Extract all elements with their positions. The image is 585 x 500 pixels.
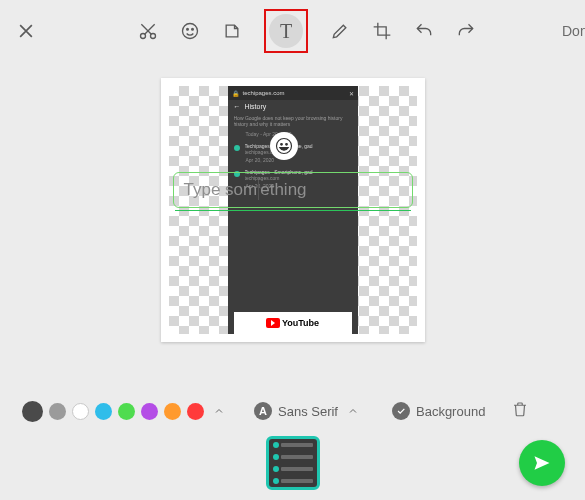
guide-line <box>175 210 411 211</box>
more-colors-button[interactable] <box>210 402 228 420</box>
svg-point-2 <box>183 24 198 39</box>
color-swatch[interactable] <box>141 403 158 420</box>
background-label: Background <box>416 404 485 419</box>
check-icon <box>392 402 410 420</box>
done-button[interactable]: Done <box>558 23 585 39</box>
cut-icon[interactable] <box>138 14 158 48</box>
lock-icon: 🔒 <box>232 90 239 97</box>
svg-point-6 <box>280 144 282 146</box>
preview-url: techipages.com <box>243 90 285 96</box>
color-palette <box>22 401 204 422</box>
draw-icon[interactable] <box>330 14 350 48</box>
color-swatch[interactable] <box>164 403 181 420</box>
svg-point-5 <box>276 139 291 154</box>
canvas-area: 🔒 techipages.com ✕ ←History How Google d… <box>0 54 585 342</box>
youtube-card: YouTube <box>234 312 352 334</box>
image-canvas[interactable]: 🔒 techipages.com ✕ ←History How Google d… <box>161 78 425 342</box>
font-icon: A <box>254 402 272 420</box>
undo-icon[interactable] <box>414 14 434 48</box>
preview-date: Apr 20, 2020 <box>228 181 358 189</box>
sticker-icon[interactable] <box>222 14 242 48</box>
color-swatch[interactable] <box>49 403 66 420</box>
background-toggle[interactable]: Background <box>392 402 485 420</box>
svg-point-7 <box>285 144 287 146</box>
font-name: Sans Serif <box>278 404 338 419</box>
transparency-background: 🔒 techipages.com ✕ ←History How Google d… <box>169 86 417 334</box>
color-swatch[interactable] <box>187 403 204 420</box>
editor-toolbar: T Done <box>0 0 585 54</box>
close-button[interactable] <box>16 14 36 48</box>
delete-button[interactable] <box>511 400 529 422</box>
send-button[interactable] <box>519 440 565 486</box>
emoji-sticker <box>270 132 298 160</box>
youtube-icon <box>266 318 280 328</box>
color-swatch[interactable] <box>95 403 112 420</box>
redo-icon[interactable] <box>456 14 476 48</box>
font-selector[interactable]: A Sans Serif <box>254 402 362 420</box>
history-item: Techipages - Smartphone, gadtechipages.c… <box>228 167 358 181</box>
preview-close-icon: ✕ <box>349 90 354 97</box>
crop-icon[interactable] <box>372 14 392 48</box>
thumbnail[interactable] <box>266 436 320 490</box>
youtube-label: YouTube <box>282 318 319 328</box>
emoji-icon[interactable] <box>180 14 200 48</box>
text-tool-button[interactable]: T <box>269 14 303 48</box>
back-arrow-icon: ← <box>234 103 241 110</box>
color-swatch[interactable] <box>22 401 43 422</box>
media-thumbnails <box>0 436 585 490</box>
color-swatch[interactable] <box>118 403 135 420</box>
annotation-highlight: T <box>264 9 308 53</box>
color-swatch[interactable] <box>72 403 89 420</box>
preview-section-title: History <box>245 103 267 110</box>
chevron-up-icon <box>344 402 362 420</box>
svg-point-4 <box>192 29 194 31</box>
svg-point-3 <box>187 29 189 31</box>
preview-description: How Google does not keep your browsing h… <box>228 113 358 129</box>
text-options-bar: A Sans Serif Background <box>0 400 585 422</box>
